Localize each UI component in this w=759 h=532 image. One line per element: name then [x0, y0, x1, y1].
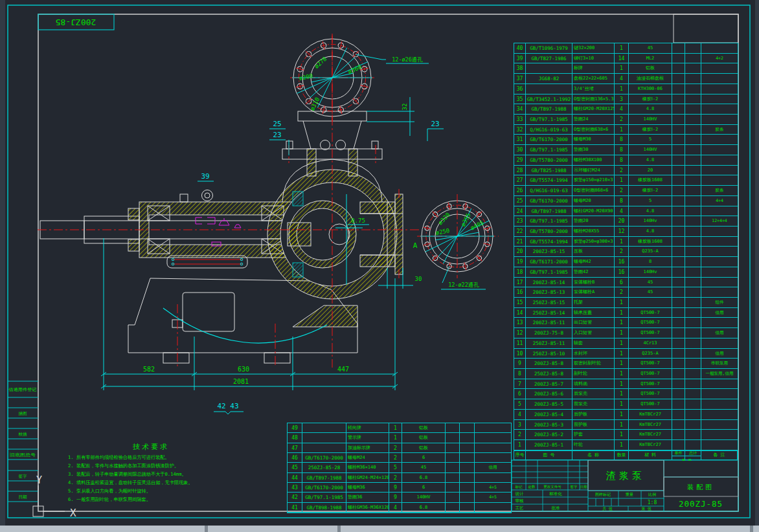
bom-cell-name: 转向牌 — [346, 423, 389, 432]
bom-cell-name: 螺母M36 — [346, 483, 389, 492]
product-name: 渣浆泵 — [606, 470, 645, 482]
bom-row: 32 Q/HG16-019-63 O型密封圈638×6 1 橡胶Ⅰ-2 胶条 — [514, 125, 738, 135]
bom-cell-qty: 9 — [389, 493, 402, 502]
bom-cell-material: QT500-7 — [629, 389, 672, 399]
dim-2081: 2081 — [233, 378, 249, 385]
bom-cell-name: 垫圈42 — [572, 267, 615, 277]
bom-cell-total-weight — [685, 399, 701, 409]
bom-cell-total-weight — [685, 115, 701, 124]
bom-cell-qty: 2 — [615, 166, 629, 175]
bom-cell-total-weight — [460, 483, 475, 492]
bom-cell-qty: 16 — [615, 257, 629, 267]
bom-cell-qty: 1 — [389, 423, 402, 432]
bom-cell-remark — [701, 389, 738, 399]
bom-cell-std: 250ZJ-85-28 — [302, 463, 346, 472]
bom-row: 14 250ZJ-85-14 轴承压盖 1 QT500-7 借用 — [514, 308, 738, 318]
bom-cell-material: QT500-7 — [629, 399, 672, 409]
bom-cell-std: 200ZJ-85-7 — [526, 379, 572, 389]
bom-cell-std: Q/HG16-019-63 — [526, 186, 572, 195]
bom-row: 30 GB/T97.1-1985 垫圈30 8 140HV — [514, 145, 738, 155]
bom-cell-std: GB/T6171-2000 — [526, 257, 572, 267]
bom-row: 25 GB/T6170-2000 螺母M20 8 5 4+4 — [514, 196, 738, 206]
bom-row: 8 250ZJ-85-8 副叶轮 1 QT500-7 一般泵用,借用 — [514, 369, 738, 379]
horizontal-scrollbar[interactable] — [0, 526, 759, 532]
bom-cell-name: 吊环螺钉M24 — [572, 166, 615, 175]
bom-cell-name: 前护板 — [572, 420, 615, 430]
bom-cell-total-weight — [460, 443, 475, 452]
tech-line: 2. 装配前，零件与水接触的各加工面涂防锈漆防护。 — [68, 463, 179, 469]
bom-row: 5 200ZJ-85-5 前泵壳 1 QT500-7 — [514, 399, 738, 410]
bom-cell-material: KmTBCr27 — [629, 440, 672, 450]
bom-cell-material: 橡胶Ⅰ-2 — [629, 125, 672, 135]
bom-cell-material: QT500-7 — [629, 318, 672, 327]
bom-cell-no: 23 — [514, 216, 526, 226]
right-scrollbar[interactable] — [755, 0, 759, 526]
scrollbar-notch — [750, 526, 753, 532]
bom-cell-qty: 12 — [615, 227, 629, 236]
bom-cell-unit-weight — [672, 166, 685, 175]
bom-cell-qty: 4 — [615, 74, 629, 83]
bom-cell-std: 200ZJ-85-11 — [526, 318, 572, 327]
bom-cell-no: 14 — [514, 308, 526, 318]
bom-cell-name: 泵体螺栓B — [572, 278, 615, 287]
bom-cell-unit-weight — [672, 135, 685, 144]
bom-cell-remark — [701, 399, 738, 409]
tb-process: 工艺 — [515, 505, 525, 511]
bom-row: 41 GB/T898-1988 螺柱GM36-M36X120 4 6.8 — [288, 503, 511, 513]
dim-582: 582 — [143, 366, 155, 373]
dim-holes-26: 12-ø26通孔 — [392, 56, 423, 63]
bom-cell-remark — [701, 43, 738, 53]
bom-cell-no: 45 — [288, 463, 302, 472]
bom-cell-remark: 一般泵用,借用 — [701, 369, 738, 379]
svg-text:30: 30 — [415, 276, 422, 282]
bom-cell-remark — [475, 443, 511, 452]
section-letter: A — [413, 241, 418, 250]
bom-cell-no: 35 — [514, 94, 526, 104]
bom-cell-std: GB/T825-1988 — [526, 166, 572, 175]
bom-cell-total-weight — [685, 125, 701, 135]
bom-cell-remark: 4+2 — [701, 54, 738, 63]
bom-cell-qty: 1 — [389, 433, 402, 442]
bom-cell-std — [526, 84, 572, 94]
bom-cell-total-weight — [685, 43, 701, 53]
bom-cell-material: KmTBCr27 — [629, 410, 672, 419]
bom-cell-material: QT500-7 — [629, 359, 672, 368]
bom-row: 44 GB/T897-1988 螺柱GM24-M24×120 2 6.8 — [288, 473, 511, 483]
bom-cell-material: 140Hv — [629, 267, 672, 277]
bom-cell-no: 28 — [514, 166, 526, 175]
bom-cell-qty: 9 — [389, 483, 402, 492]
bom-cell-remark — [701, 318, 738, 327]
bom-cell-remark — [701, 430, 738, 439]
ucs-x-label: X — [70, 507, 76, 519]
bom-cell-remark — [701, 287, 738, 297]
bom-cell-std: 200ZJ-85-5 — [526, 399, 572, 409]
bom-cell-material: 140HV — [402, 493, 446, 502]
bom-cell-name: 螺母M42 — [572, 257, 615, 267]
bom-cell-name: 双密封副叶轮 — [572, 359, 615, 368]
bom-cell-unit-weight — [672, 115, 685, 124]
bom-row: 19 GB/T6171-2000 螺母M42 16 8 — [514, 257, 738, 267]
bom-cell-no: 19 — [514, 257, 526, 267]
margin-label: 日期 — [19, 494, 27, 500]
bom-cell-std — [526, 63, 572, 73]
bom-cell-std: GB/T1096-1979 — [526, 43, 572, 53]
bom-row: 7 200ZJ-85-7 填料函 1 QT500-7 — [514, 379, 738, 390]
bom-cell-qty: 2 — [389, 453, 402, 462]
bom-cell-remark — [701, 237, 738, 247]
bom-cell-qty: 1 — [615, 410, 629, 419]
bom-cell-total-weight — [460, 433, 475, 442]
bom-cell-remark: 胶条 — [701, 125, 738, 135]
bom-cell-name: 螺栓M30X100 — [572, 155, 615, 165]
bom-cell-no: 3 — [514, 420, 526, 430]
bom-cell-qty: 2 — [615, 287, 629, 297]
bom-cell-name: 压板 — [572, 247, 615, 256]
bom-cell-name: 螺母M30 — [572, 135, 615, 144]
bom-cell-material: Q235-A — [629, 247, 672, 256]
bom-cell-no: 16 — [514, 287, 526, 297]
bom-cell-std: GB/T6170-2000 — [526, 135, 572, 144]
bom-cell-total-weight — [685, 145, 701, 155]
bom-cell-unit-weight — [672, 206, 685, 216]
dim-d250: ø250 — [435, 227, 450, 236]
bom-cell-remark — [701, 267, 738, 277]
bom-cell-remark — [701, 74, 738, 83]
